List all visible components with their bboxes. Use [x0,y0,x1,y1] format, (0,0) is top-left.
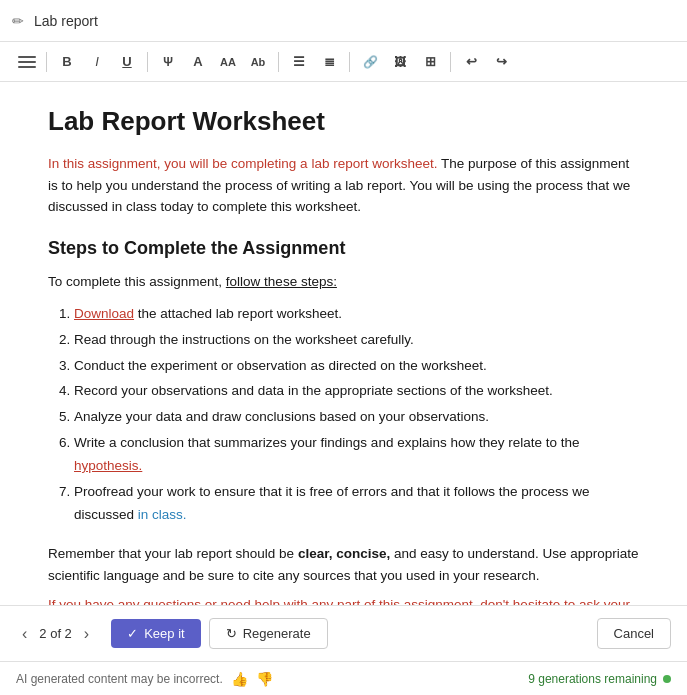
numbering-button[interactable]: ≣ [315,48,343,76]
list-item: Conduct the experiment or observation as… [74,354,639,378]
refresh-icon: ↻ [226,626,237,641]
toolbar: B I U Ψ A AA Ab ☰ ≣ 🔗 🖼 ⊞ ↩ ↪ [0,42,687,82]
remember-paragraph: Remember that your lab report should be … [48,543,639,586]
steps-list: Download the attached lab report workshe… [48,302,639,527]
strikethrough-button[interactable]: Ψ [154,48,182,76]
nav-controls: ‹ 2 of 2 › [16,621,95,647]
section-heading: Steps to Complete the Assignment [48,238,639,259]
action-buttons: ✓ Keep it ↻ Regenerate [111,618,327,649]
table-button[interactable]: ⊞ [416,48,444,76]
list-item: Record your observations and data in the… [74,379,639,403]
steps-intro-span: To complete this assignment, follow thes… [48,274,337,289]
list-item: Proofread your work to ensure that it is… [74,480,639,527]
generations-area: 9 generations remaining [528,672,671,686]
intro-paragraph: In this assignment, you will be completi… [48,153,639,218]
toolbar-divider-1 [147,52,148,72]
keep-label: Keep it [144,626,184,641]
check-icon: ✓ [127,626,138,641]
underline-button[interactable]: U [113,48,141,76]
regenerate-label: Regenerate [243,626,311,641]
bottom-bar: ‹ 2 of 2 › ✓ Keep it ↻ Regenerate Cancel [0,605,687,661]
ai-notice-text: AI generated content may be incorrect. [16,672,223,686]
hamburger-menu[interactable] [14,52,40,72]
superscript-button[interactable]: Ab [244,48,272,76]
font-color-button[interactable]: A [184,48,212,76]
thumbup-icon[interactable]: 👍 [231,671,248,687]
ai-notice-area: AI generated content may be incorrect. 👍… [16,671,528,687]
bold-button[interactable]: B [53,48,81,76]
toolbar-divider-2 [278,52,279,72]
undo-button[interactable]: ↩ [457,48,485,76]
steps-intro-text: To complete this assignment, follow thes… [48,271,639,293]
footer-bar: AI generated content may be incorrect. 👍… [0,661,687,695]
good-luck-paragraph: If you have any questions or need help w… [48,594,639,605]
status-dot [663,675,671,683]
document-title: Lab report [34,13,98,29]
regenerate-button[interactable]: ↻ Regenerate [209,618,328,649]
font-size-button[interactable]: AA [214,48,242,76]
intro-text-content: In this assignment, you will be completi… [48,156,630,214]
link-button[interactable]: 🔗 [356,48,384,76]
prev-button[interactable]: ‹ [16,621,33,647]
list-item: Read through the instructions on the wor… [74,328,639,352]
edit-icon[interactable]: ✏ [12,13,24,29]
toolbar-divider-4 [450,52,451,72]
keep-it-button[interactable]: ✓ Keep it [111,619,200,648]
cancel-button[interactable]: Cancel [597,618,671,649]
content-area: Lab Report Worksheet In this assignment,… [0,82,687,605]
image-button[interactable]: 🖼 [386,48,414,76]
next-button[interactable]: › [78,621,95,647]
thumbdown-icon[interactable]: 👎 [256,671,273,687]
title-bar: ✏ Lab report [0,0,687,42]
toolbar-divider-3 [349,52,350,72]
page-indicator: 2 of 2 [39,626,72,641]
italic-button[interactable]: I [83,48,111,76]
list-item: Download the attached lab report workshe… [74,302,639,326]
list-item: Analyze your data and draw conclusions b… [74,405,639,429]
bullets-button[interactable]: ☰ [285,48,313,76]
generations-text: 9 generations remaining [528,672,657,686]
document-main-title: Lab Report Worksheet [48,106,639,137]
redo-button[interactable]: ↪ [487,48,515,76]
toolbar-divider-0 [46,52,47,72]
list-item: Write a conclusion that summarizes your … [74,431,639,478]
